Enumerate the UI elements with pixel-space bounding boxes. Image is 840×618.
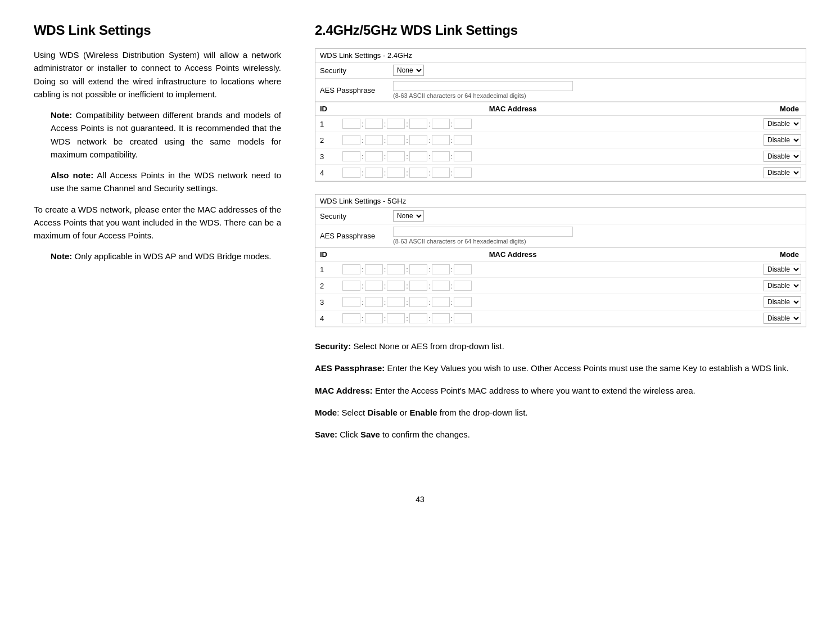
mac-octet-input[interactable] [365,135,383,145]
desc-save-bold: Save [360,430,380,439]
mac-inputs: ::::: [342,313,683,323]
mac-octet-input[interactable] [387,264,405,274]
mac-octet-input[interactable] [387,297,405,307]
mac-octet-input[interactable] [365,313,383,323]
mac-octet-input[interactable] [432,119,450,129]
mac-octet-input[interactable] [454,151,472,161]
row-mode[interactable]: DisableEnable [688,278,806,294]
row-mac: ::::: [338,132,688,148]
mac-octet-input[interactable] [432,168,450,178]
mac-octet-input[interactable] [409,168,427,178]
table-row: 1:::::DisableEnable [315,261,806,278]
mac-octet-input[interactable] [409,313,427,323]
mac-octet-input[interactable] [387,281,405,291]
wds-box-24ghz: WDS Link Settings - 2.4GHz Security None… [315,48,806,182]
security-select-5[interactable]: None AES [393,210,801,222]
mac-octet-input[interactable] [454,281,472,291]
mode-select[interactable]: DisableEnable [764,167,801,178]
mac-octet-input[interactable] [432,151,450,161]
mac-octet-input[interactable] [365,264,383,274]
mac-octet-input[interactable] [342,135,360,145]
mac-octet-input[interactable] [409,135,427,145]
mac-separator: : [451,298,453,306]
mac-separator: : [362,169,364,177]
mac-octet-input[interactable] [342,313,360,323]
mac-octet-input[interactable] [432,313,450,323]
mac-octet-input[interactable] [342,119,360,129]
mode-select[interactable]: DisableEnable [764,296,801,308]
aes-input-24[interactable] [393,81,573,91]
col-mac-24: MAC Address [338,102,688,116]
row-mode[interactable]: DisableEnable [688,310,806,327]
desc-mode-enable: Enable [409,408,437,417]
mac-octet-input[interactable] [409,119,427,129]
row-mode[interactable]: DisableEnable [688,165,806,181]
mac-octet-input[interactable] [342,151,360,161]
mac-octet-input[interactable] [409,151,427,161]
mac-separator: : [428,298,431,306]
desc-save-label: Save: [315,430,337,439]
security-dropdown-5[interactable]: None AES [393,210,424,222]
desc-security: Security: Select None or AES from drop-d… [315,340,806,353]
mac-octet-input[interactable] [387,313,405,323]
mac-separator: : [406,136,408,145]
body2-text: To create a WDS network, please enter th… [34,203,281,242]
mode-select[interactable]: DisableEnable [764,118,801,129]
mode-select[interactable]: DisableEnable [764,151,801,162]
row-mode[interactable]: DisableEnable [688,116,806,132]
table-row: 3:::::DisableEnable [315,148,806,165]
mac-separator: : [428,314,431,323]
row-mode[interactable]: DisableEnable [688,132,806,148]
mac-octet-input[interactable] [365,168,383,178]
mode-select[interactable]: DisableEnable [764,280,801,291]
mac-separator: : [428,152,431,161]
aes-label-24: AES Passphrase [320,86,393,94]
left-column: WDS Link Settings Using WDS (Wireless Di… [34,22,281,450]
mac-inputs: ::::: [342,119,683,129]
mac-octet-input[interactable] [454,264,472,274]
aes-hint-5: (8-63 ASCII characters or 64 hexadecimal… [393,238,801,245]
mac-octet-input[interactable] [342,297,360,307]
mac-octet-input[interactable] [365,297,383,307]
security-dropdown-24[interactable]: None AES [393,65,424,76]
mac-octet-input[interactable] [454,168,472,178]
note1-text: Note: Compatibility between different br… [51,109,281,161]
mac-octet-input[interactable] [432,264,450,274]
mac-table-24: ID MAC Address Mode 1:::::DisableEnable2… [315,102,806,181]
mode-select[interactable]: DisableEnable [764,264,801,275]
row-mode[interactable]: DisableEnable [688,294,806,310]
mac-octet-input[interactable] [365,119,383,129]
security-row-24: Security None AES [315,62,806,79]
desc-mode: Mode: Select Disable or Enable from the … [315,406,806,419]
mac-inputs: ::::: [342,264,683,274]
mac-octet-input[interactable] [454,313,472,323]
mode-select[interactable]: DisableEnable [764,313,801,324]
mac-octet-input[interactable] [387,119,405,129]
security-select-24[interactable]: None AES [393,65,801,76]
mac-octet-input[interactable] [342,264,360,274]
mac-octet-input[interactable] [387,135,405,145]
row-mode[interactable]: DisableEnable [688,148,806,165]
note3-block: Note: Only applicable in WDS AP and WDS … [34,250,281,263]
mac-octet-input[interactable] [409,281,427,291]
mac-octet-input[interactable] [342,281,360,291]
mac-octet-input[interactable] [342,168,360,178]
mac-octet-input[interactable] [454,119,472,129]
mode-select[interactable]: DisableEnable [764,134,801,146]
aes-input-5[interactable] [393,227,573,237]
row-mode[interactable]: DisableEnable [688,261,806,278]
desc-mode-text2: or [398,408,410,417]
mac-octet-input[interactable] [409,264,427,274]
mac-octet-input[interactable] [432,281,450,291]
mac-separator: : [428,169,431,177]
mac-octet-input[interactable] [432,297,450,307]
mac-octet-input[interactable] [454,297,472,307]
mac-octet-input[interactable] [365,151,383,161]
note2-label: Also note: [51,170,93,180]
mac-octet-input[interactable] [387,168,405,178]
mac-octet-input[interactable] [454,135,472,145]
mac-octet-input[interactable] [365,281,383,291]
mac-octet-input[interactable] [409,297,427,307]
mac-octet-input[interactable] [432,135,450,145]
mac-octet-input[interactable] [387,151,405,161]
